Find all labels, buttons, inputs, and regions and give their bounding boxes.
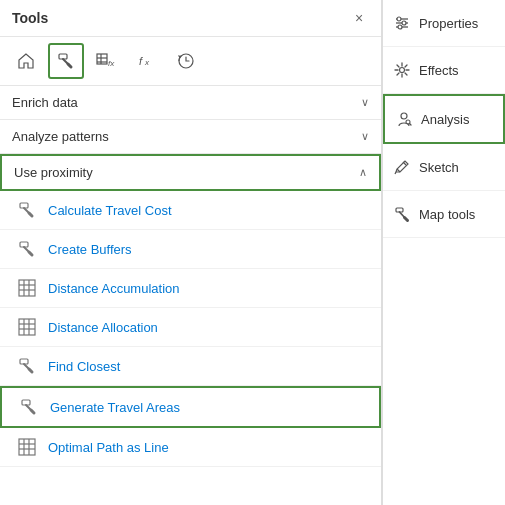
svg-line-49 bbox=[405, 73, 407, 75]
map-tools-icon bbox=[393, 205, 411, 223]
svg-line-55 bbox=[410, 124, 412, 126]
distance-accumulation-label: Distance Accumulation bbox=[48, 281, 180, 296]
create-buffers-item[interactable]: Create Buffers bbox=[0, 230, 381, 269]
svg-text:x: x bbox=[144, 58, 150, 67]
use-proximity-label: Use proximity bbox=[14, 165, 93, 180]
svg-line-51 bbox=[397, 73, 399, 75]
distance-accumulation-item[interactable]: Distance Accumulation bbox=[0, 269, 381, 308]
history-icon[interactable] bbox=[168, 43, 204, 79]
calculate-travel-cost-label: Calculate Travel Cost bbox=[48, 203, 172, 218]
sketch-icon bbox=[393, 158, 411, 176]
analysis-item[interactable]: Analysis bbox=[383, 94, 505, 144]
svg-line-16 bbox=[29, 252, 32, 255]
distance-allocation-label: Distance Allocation bbox=[48, 320, 158, 335]
analyze-patterns-chevron: ∨ bbox=[361, 130, 369, 143]
calculate-travel-cost-item[interactable]: Calculate Travel Cost bbox=[0, 191, 381, 230]
home-icon[interactable] bbox=[8, 43, 44, 79]
find-closest-item[interactable]: Find Closest bbox=[0, 347, 381, 386]
svg-text:fx: fx bbox=[108, 59, 115, 68]
svg-rect-33 bbox=[19, 439, 35, 455]
enrich-data-label: Enrich data bbox=[12, 95, 78, 110]
svg-line-50 bbox=[405, 65, 407, 67]
distance-allocation-icon bbox=[16, 316, 38, 338]
find-closest-icon bbox=[16, 355, 38, 377]
svg-point-52 bbox=[400, 68, 405, 73]
map-tools-label: Map tools bbox=[419, 207, 475, 222]
svg-line-29 bbox=[29, 369, 32, 372]
grid-fx-icon[interactable]: fx bbox=[88, 43, 124, 79]
find-closest-label: Find Closest bbox=[48, 359, 120, 374]
effects-item[interactable]: Effects bbox=[383, 47, 505, 94]
effects-icon bbox=[393, 61, 411, 79]
analyze-patterns-label: Analyze patterns bbox=[12, 129, 109, 144]
svg-line-13 bbox=[29, 213, 32, 216]
panel-header: Tools × bbox=[0, 0, 381, 37]
distance-allocation-item[interactable]: Distance Allocation bbox=[0, 308, 381, 347]
optimal-path-item[interactable]: Optimal Path as Line bbox=[0, 428, 381, 467]
tools-panel: Tools × fx bbox=[0, 0, 382, 505]
generate-travel-areas-item[interactable]: Generate Travel Areas bbox=[0, 386, 381, 428]
right-panel: Properties Effects bbox=[382, 0, 505, 505]
optimal-path-icon bbox=[16, 436, 38, 458]
distance-accumulation-icon bbox=[16, 277, 38, 299]
close-button[interactable]: × bbox=[349, 8, 369, 28]
svg-line-32 bbox=[31, 410, 34, 413]
map-tools-item[interactable]: Map tools bbox=[383, 191, 505, 238]
optimal-path-label: Optimal Path as Line bbox=[48, 440, 169, 455]
svg-point-53 bbox=[401, 113, 407, 119]
analyze-patterns-section[interactable]: Analyze patterns ∨ bbox=[0, 120, 381, 154]
svg-rect-22 bbox=[19, 319, 35, 335]
calculate-travel-cost-icon bbox=[16, 199, 38, 221]
create-buffers-icon bbox=[16, 238, 38, 260]
toolbar: fx f x bbox=[0, 37, 381, 86]
generate-travel-areas-label: Generate Travel Areas bbox=[50, 400, 180, 415]
svg-line-57 bbox=[403, 162, 406, 165]
enrich-data-section[interactable]: Enrich data ∨ bbox=[0, 86, 381, 120]
svg-point-41 bbox=[397, 17, 401, 21]
analysis-icon bbox=[395, 110, 413, 128]
panel-content: Enrich data ∨ Analyze patterns ∨ Use pro… bbox=[0, 86, 381, 505]
hammer-tool-icon[interactable] bbox=[48, 43, 84, 79]
svg-text:f: f bbox=[139, 55, 143, 67]
properties-icon bbox=[393, 14, 411, 32]
effects-label: Effects bbox=[419, 63, 459, 78]
svg-line-48 bbox=[397, 65, 399, 67]
panel-title: Tools bbox=[12, 10, 48, 26]
analysis-label: Analysis bbox=[421, 112, 469, 127]
sketch-item[interactable]: Sketch bbox=[383, 144, 505, 191]
properties-item[interactable]: Properties bbox=[383, 0, 505, 47]
svg-point-43 bbox=[398, 25, 402, 29]
properties-label: Properties bbox=[419, 16, 478, 31]
svg-line-58 bbox=[395, 172, 396, 174]
create-buffers-label: Create Buffers bbox=[48, 242, 132, 257]
use-proximity-chevron: ∧ bbox=[359, 166, 367, 179]
svg-rect-17 bbox=[19, 280, 35, 296]
generate-travel-areas-icon bbox=[18, 396, 40, 418]
use-proximity-section[interactable]: Use proximity ∧ bbox=[0, 154, 381, 191]
sketch-label: Sketch bbox=[419, 160, 459, 175]
fx-icon[interactable]: f x bbox=[128, 43, 164, 79]
svg-point-42 bbox=[402, 21, 406, 25]
svg-line-61 bbox=[405, 218, 408, 221]
svg-line-2 bbox=[68, 64, 71, 67]
enrich-data-chevron: ∨ bbox=[361, 96, 369, 109]
